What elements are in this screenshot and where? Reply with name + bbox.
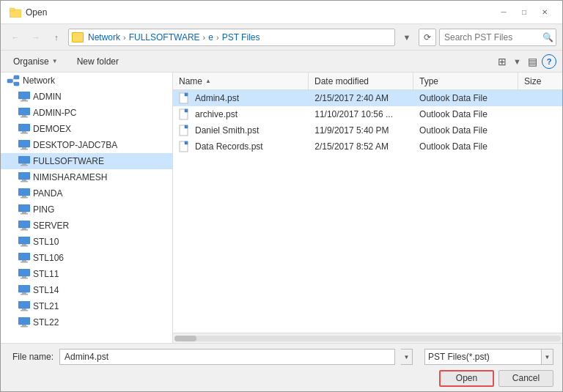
sidebar-item-server[interactable]: SERVER [1, 218, 172, 234]
svg-rect-23 [22, 180, 26, 181]
minimize-button[interactable]: ─ [495, 5, 512, 20]
file-date-1: 2/15/2017 2:40 AM [309, 93, 413, 103]
titlebar-controls: ─ □ ✕ [495, 5, 553, 20]
bottom-panel: File name: ▼ PST Files(*.pst) ▼ Open Can… [1, 343, 562, 391]
open-button[interactable]: Open [439, 370, 494, 387]
computer-icon-demoex [18, 124, 30, 134]
search-input[interactable] [439, 29, 556, 46]
filename-dropdown-button[interactable]: ▼ [401, 349, 413, 365]
sidebar-item-stl106[interactable]: STL106 [1, 250, 172, 266]
panda-label: PANDA [33, 188, 62, 199]
col-header-type[interactable]: Type [413, 73, 518, 89]
file-list-header: Name ▲ Date modified Type Size [173, 73, 562, 90]
file-list: Admin4.pst 2/15/2017 2:40 AM Outlook Dat… [173, 90, 562, 333]
svg-rect-26 [22, 196, 26, 197]
pst-file-icon-1 [179, 92, 191, 104]
file-name-cell-1: Admin4.pst [173, 92, 309, 104]
computer-icon-nimisha [18, 172, 30, 182]
svg-rect-1 [10, 8, 15, 11]
svg-rect-50 [22, 325, 26, 326]
refresh-button[interactable]: ⟳ [419, 29, 436, 46]
folder-icon [10, 7, 21, 18]
file-type-4: Outlook Data File [413, 141, 518, 152]
maximize-button[interactable]: □ [515, 5, 533, 20]
sidebar-item-nimisharamesh[interactable]: NIMISHARAMESH [1, 169, 172, 185]
computer-icon-admin [18, 92, 30, 102]
close-button[interactable]: ✕ [536, 5, 553, 20]
file-name-cell-2: archive.pst [173, 108, 309, 120]
sidebar-item-stl14[interactable]: STL14 [1, 282, 172, 298]
help-label: ? [547, 57, 552, 66]
sidebar-item-stl10[interactable]: STL10 [1, 234, 172, 250]
sidebar-item-ping[interactable]: PING [1, 201, 172, 218]
svg-rect-10 [18, 108, 30, 115]
svg-rect-32 [22, 228, 26, 229]
svg-rect-15 [21, 133, 28, 134]
svg-rect-4 [14, 82, 19, 86]
up-button[interactable]: ↑ [48, 29, 65, 46]
svg-rect-44 [22, 292, 26, 294]
new-folder-button[interactable]: New folder [70, 53, 125, 70]
sidebar-item-admin-pc[interactable]: ADMIN-PC [1, 105, 172, 121]
svg-rect-27 [21, 197, 28, 199]
filetype-label: PST Files(*.pst) [428, 352, 490, 362]
organise-arrow: ▼ [52, 58, 58, 64]
svg-rect-3 [14, 75, 19, 79]
main-content: Network ADMIN ADMIN-PC [1, 73, 562, 343]
svg-rect-7 [18, 92, 30, 99]
cancel-button[interactable]: Cancel [498, 370, 553, 387]
svg-line-5 [12, 78, 14, 81]
nav-panel: Network ADMIN ADMIN-PC [1, 73, 173, 343]
sidebar-item-demoex[interactable]: DEMOEX [1, 121, 172, 137]
help-button[interactable]: ? [542, 54, 556, 69]
forward-button[interactable]: → [27, 29, 45, 46]
sidebar-item-stl22[interactable]: STL22 [1, 314, 172, 330]
horizontal-scrollbar[interactable] [173, 333, 562, 343]
svg-rect-28 [18, 204, 30, 212]
search-button[interactable]: 🔍 [542, 32, 553, 43]
table-row[interactable]: Data Records.pst 2/15/2017 8:52 AM Outlo… [173, 138, 562, 155]
sidebar-item-stl11[interactable]: STL11 [1, 266, 172, 282]
svg-rect-2 [7, 79, 12, 83]
sidebar-item-admin[interactable]: ADMIN [1, 89, 172, 105]
pst-file-icon-2 [179, 108, 191, 120]
table-row[interactable]: Daniel Smith.pst 11/9/2017 5:40 PM Outlo… [173, 122, 562, 138]
col-header-size[interactable]: Size [518, 73, 562, 89]
breadcrumb-sep-3: › [216, 33, 219, 42]
sidebar-item-fullsoftware[interactable]: FULLSOFTWARE [1, 153, 172, 169]
open-label: Open [456, 373, 477, 383]
sidebar-item-panda[interactable]: PANDA [1, 185, 172, 201]
sidebar-item-desktop-jadc7ba[interactable]: DESKTOP-JADC7BA [1, 137, 172, 153]
nimisha-label: NIMISHARAMESH [33, 172, 107, 182]
file-type-1: Outlook Data File [413, 93, 518, 103]
breadcrumb-pst-files[interactable]: PST Files [222, 32, 260, 42]
col-type-label: Type [419, 76, 438, 86]
breadcrumb-sep-2: › [203, 33, 206, 42]
table-row[interactable]: Admin4.pst 2/15/2017 2:40 AM Outlook Dat… [173, 90, 562, 106]
col-header-date[interactable]: Date modified [309, 73, 413, 89]
svg-rect-14 [22, 131, 26, 133]
breadcrumb-bar[interactable]: Network › FULLSOFTWARE › e › PST Files [68, 29, 395, 46]
breadcrumb-fullsoftware[interactable]: FULLSOFTWARE [129, 32, 200, 42]
svg-rect-20 [22, 163, 26, 165]
svg-rect-43 [18, 285, 30, 292]
svg-rect-41 [22, 276, 26, 278]
organise-button[interactable]: Organise ▼ [7, 53, 65, 70]
svg-rect-40 [18, 269, 30, 276]
sidebar-item-network[interactable]: Network [1, 73, 172, 89]
view-grid-button[interactable]: ⊞ [494, 53, 510, 70]
sidebar-item-stl21[interactable]: STL21 [1, 298, 172, 314]
filename-input[interactable] [59, 349, 395, 365]
computer-icon-stl21 [18, 301, 30, 311]
filetype-dropdown-button[interactable]: ▼ [542, 349, 553, 365]
dropdown-button[interactable]: ▼ [398, 29, 416, 46]
stl22-label: STL22 [33, 317, 59, 328]
view-panel-button[interactable]: ▤ [524, 53, 540, 70]
breadcrumb-e[interactable]: e [208, 32, 213, 42]
breadcrumb-network[interactable]: Network [88, 32, 120, 42]
table-row[interactable]: archive.pst 11/10/2017 10:56 ... Outlook… [173, 106, 562, 122]
svg-rect-22 [18, 172, 30, 180]
col-header-name[interactable]: Name ▲ [173, 73, 309, 89]
computer-icon-desktop [18, 140, 30, 150]
back-button[interactable]: ← [7, 29, 24, 46]
